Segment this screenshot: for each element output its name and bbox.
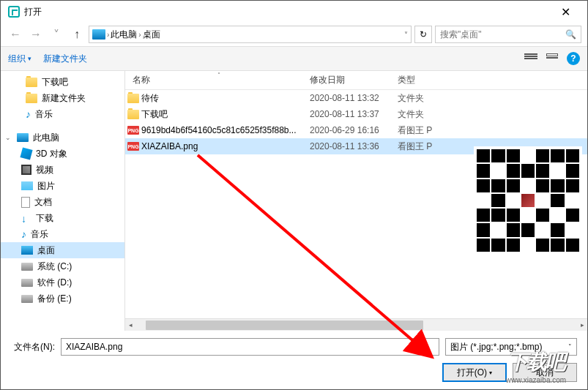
- toolbar: 组织▾ 新建文件夹 ?: [1, 46, 587, 71]
- sidebar-item-label: 下载: [36, 212, 53, 225]
- sidebar-item[interactable]: 下载吧: [1, 74, 124, 90]
- chevron-right-icon: ›: [107, 31, 109, 39]
- sidebar-item-label: 新建文件夹: [42, 92, 86, 105]
- sidebar-item-label: 软件 (D:): [37, 277, 72, 289]
- sidebar-item-label: 桌面: [37, 244, 55, 257]
- window-title: 打开: [24, 6, 551, 18]
- view-mode-button[interactable]: [524, 53, 537, 64]
- breadcrumb[interactable]: › 此电脑 › 桌面 ˅: [89, 26, 412, 43]
- file-name: 下载吧: [141, 108, 310, 121]
- sidebar-item[interactable]: 新建文件夹: [1, 90, 124, 106]
- organize-button[interactable]: 组织▾: [8, 53, 31, 65]
- watermark-logo: 下载吧: [507, 348, 565, 376]
- column-type[interactable]: 类型: [398, 74, 449, 86]
- help-button[interactable]: ?: [567, 52, 580, 65]
- file-date: 2020-08-11 13:36: [310, 141, 398, 151]
- file-type: 文件夹: [398, 108, 449, 121]
- scroll-right-icon[interactable]: ▸: [577, 321, 587, 329]
- sidebar-item-label: 图片: [37, 180, 55, 192]
- up-folder-button[interactable]: ↑: [68, 26, 86, 43]
- sidebar-item-label: 音乐: [31, 228, 48, 241]
- titlebar: 打开 ✕: [1, 1, 587, 23]
- file-name: XIAZAIBA.png: [141, 141, 310, 151]
- pc-icon: [92, 29, 105, 40]
- folder-icon: [125, 110, 141, 119]
- sidebar-item[interactable]: 3D 对象: [1, 146, 124, 162]
- watermark-url: www.xiazaiba.com: [506, 376, 566, 384]
- newfolder-button[interactable]: 新建文件夹: [43, 53, 87, 65]
- sidebar-item-label: 此电脑: [33, 132, 59, 144]
- sidebar-item[interactable]: 桌面: [1, 242, 124, 258]
- search-box[interactable]: 🔍: [435, 26, 581, 43]
- file-type: 文件夹: [398, 92, 449, 105]
- sidebar-pc[interactable]: ⌄此电脑: [1, 130, 124, 146]
- column-date[interactable]: 修改日期: [310, 74, 398, 86]
- scroll-left-icon[interactable]: ◂: [125, 321, 135, 329]
- qrcode-image: [474, 146, 582, 255]
- chevron-down-icon[interactable]: ˅: [404, 31, 408, 39]
- sidebar-item[interactable]: 图片: [1, 178, 124, 194]
- sidebar-item-label: 下载吧: [42, 76, 68, 89]
- file-name: 9619bd4b6f54160c5c81c6525f35f88b...: [141, 125, 310, 135]
- up-button[interactable]: ˅: [48, 26, 65, 43]
- sort-indicator-icon: ˄: [217, 72, 220, 78]
- sidebar-item[interactable]: 备份 (E:): [1, 290, 124, 307]
- refresh-button[interactable]: ↻: [414, 26, 432, 43]
- nav-bar: ← → ˅ ↑ › 此电脑 › 桌面 ˅ ↻ 🔍: [1, 23, 587, 46]
- file-type: 看图王 P: [398, 124, 449, 137]
- sidebar-item[interactable]: 下载: [1, 210, 124, 226]
- file-type: 看图王 P: [398, 140, 449, 153]
- filename-input[interactable]: [61, 338, 439, 356]
- file-date: 2020-06-29 16:16: [310, 125, 398, 135]
- file-name: 待传: [141, 92, 310, 105]
- column-name[interactable]: ˄名称: [125, 74, 310, 86]
- forward-button[interactable]: →: [27, 26, 45, 43]
- preview-button[interactable]: [546, 53, 558, 64]
- sidebar-item[interactable]: 文档: [1, 194, 124, 210]
- chevron-right-icon: ›: [138, 31, 141, 39]
- file-date: 2020-08-11 13:32: [310, 93, 398, 103]
- sidebar-item[interactable]: 软件 (D:): [1, 274, 124, 290]
- file-row[interactable]: 下载吧 2020-08-11 13:37 文件夹: [125, 106, 587, 122]
- sidebar-item-label: 音乐: [35, 108, 53, 121]
- file-row[interactable]: 待传 2020-08-11 13:32 文件夹: [125, 90, 587, 106]
- file-date: 2020-08-11 13:37: [310, 109, 398, 119]
- watermark: 下载吧 www.xiazaiba.com: [488, 345, 584, 387]
- file-row[interactable]: PNG 9619bd4b6f54160c5c81c6525f35f88b... …: [125, 122, 587, 138]
- breadcrumb-root[interactable]: 此电脑: [111, 29, 137, 41]
- sidebar-item[interactable]: ♪音乐: [1, 226, 124, 242]
- back-button[interactable]: ←: [7, 26, 24, 43]
- sidebar-item-label: 3D 对象: [36, 148, 67, 160]
- sidebar-item[interactable]: 系统 (C:): [1, 258, 124, 274]
- scroll-thumb[interactable]: [146, 320, 423, 330]
- horizontal-scrollbar[interactable]: ◂ ▸: [125, 318, 587, 331]
- close-button[interactable]: ✕: [551, 5, 580, 19]
- sidebar-item[interactable]: 视频: [1, 162, 124, 178]
- sidebar-item-label: 视频: [36, 164, 53, 176]
- sidebar: 下载吧新建文件夹♪音乐⌄此电脑3D 对象视频图片文档下载♪音乐桌面系统 (C:)…: [1, 71, 125, 331]
- png-icon: PNG: [125, 142, 141, 151]
- column-headers: ˄名称 修改日期 类型: [125, 71, 587, 90]
- search-input[interactable]: [440, 29, 565, 40]
- breadcrumb-current[interactable]: 桌面: [143, 29, 160, 41]
- filename-label: 文件名(N):: [11, 341, 55, 353]
- sidebar-item-label: 系统 (C:): [37, 260, 72, 273]
- sidebar-item-label: 备份 (E:): [37, 293, 72, 305]
- search-icon[interactable]: 🔍: [565, 29, 576, 40]
- app-icon: [8, 6, 20, 18]
- folder-icon: [125, 94, 141, 103]
- sidebar-item[interactable]: ♪音乐: [1, 106, 124, 122]
- png-icon: PNG: [125, 126, 141, 135]
- sidebar-item-label: 文档: [34, 196, 52, 209]
